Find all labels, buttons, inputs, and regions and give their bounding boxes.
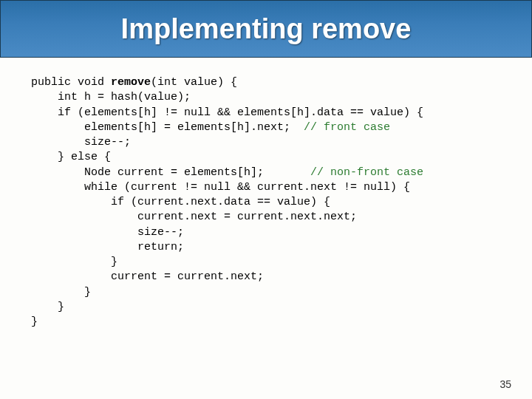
slide-number: 35 — [499, 378, 511, 390]
code-line-16: } — [31, 301, 64, 313]
code-line-17: } — [31, 316, 38, 328]
code-line-7a: Node current = elements[h]; — [31, 166, 310, 179]
code-line-5: size--; — [31, 136, 131, 149]
code-block: public void remove(int value) { int h = … — [0, 58, 532, 330]
title-bar: Implementing remove — [0, 0, 532, 58]
code-line-3: if (elements[h] != null && elements[h].d… — [31, 106, 423, 119]
code-comment-1: // front case — [304, 121, 390, 134]
code-line-8: while (current != null && current.next !… — [31, 181, 410, 194]
code-line-11: size--; — [31, 226, 184, 239]
code-line-6: } else { — [31, 151, 111, 163]
code-line-14: current = current.next; — [31, 270, 264, 283]
code-line-13: } — [31, 256, 117, 268]
code-line-10: current.next = current.next.next; — [31, 211, 357, 223]
code-line-1a: public void — [31, 76, 111, 89]
code-line-2: int h = hash(value); — [31, 91, 191, 103]
code-line-1c: (int value) { — [151, 76, 237, 89]
code-line-9: if (current.next.data == value) { — [31, 196, 330, 208]
code-line-4a: elements[h] = elements[h].next; — [31, 121, 304, 134]
code-line-1b: remove — [111, 76, 151, 89]
code-comment-2: // non-front case — [310, 166, 423, 179]
code-line-15: } — [31, 286, 91, 299]
code-line-12: return; — [31, 241, 184, 253]
slide-title: Implementing remove — [121, 13, 412, 45]
